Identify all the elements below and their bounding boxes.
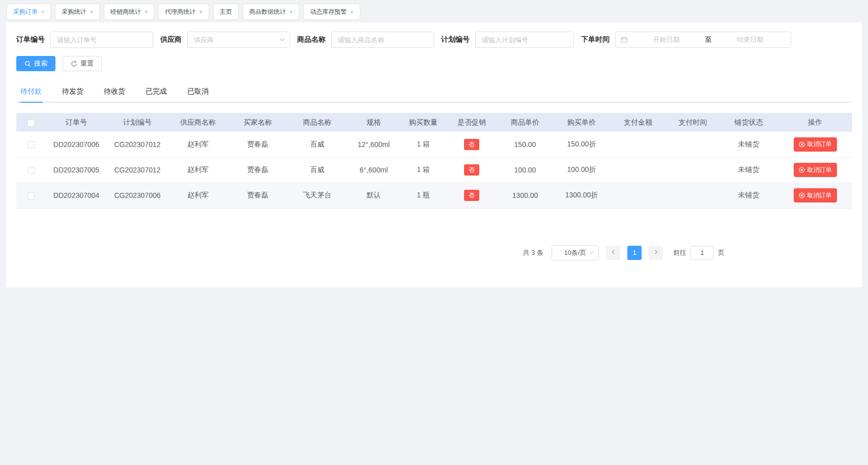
tag-stock-warning[interactable]: 动态库存预警 × (304, 4, 359, 19)
supplier-label: 供应商 (160, 35, 182, 44)
plan-no-input[interactable] (475, 32, 574, 48)
close-icon[interactable]: × (350, 9, 353, 15)
tag-label: 经销商统计 (110, 8, 141, 16)
cancel-order-button[interactable]: 取消订单 (794, 188, 837, 202)
cell-order-no: DD202307005 (46, 157, 107, 183)
cell-product: 百威 (287, 132, 347, 157)
order-no-label: 订单编号 (16, 35, 45, 44)
chevron-down-icon (589, 250, 594, 255)
cancel-icon (799, 141, 805, 148)
close-icon[interactable]: × (144, 9, 148, 15)
supplier-select[interactable] (187, 32, 290, 48)
tag-purchase-orders[interactable]: 采购订单 × (7, 4, 50, 19)
page-number-current[interactable]: 1 (627, 246, 642, 260)
tag-label: 商品数据统计 (249, 8, 286, 16)
cell-spec: 默认 (347, 183, 400, 208)
cancel-order-button[interactable]: 取消订单 (794, 163, 837, 177)
cell-stock-status: 未铺货 (719, 157, 778, 183)
tag-product-data-stats[interactable]: 商品数据统计 × (243, 4, 299, 19)
cell-plan-no: CG202307012 (107, 132, 168, 157)
cell-order-no: DD202307004 (46, 183, 107, 208)
purchase-order-panel: 订单编号 供应商 商品名称 计划编号 下单时间 (6, 22, 862, 287)
tag-purchase-stats[interactable]: 采购统计 × (55, 4, 99, 19)
cell-pay-amount (610, 132, 666, 157)
cell-pay-time (666, 132, 719, 157)
col-unit-price: 商品单价 (497, 113, 553, 132)
cell-qty: 1 箱 (400, 132, 446, 157)
tag-label: 采购订单 (13, 8, 38, 16)
close-icon[interactable]: × (90, 9, 93, 15)
cell-plan-no: CG202307012 (107, 157, 168, 183)
cancel-icon (799, 167, 805, 173)
col-buyer: 买家名称 (228, 113, 287, 132)
cell-pay-amount (610, 157, 666, 183)
end-date-placeholder[interactable]: 结束日期 (715, 35, 786, 44)
page-size-select[interactable]: 10条/页 (552, 245, 599, 260)
promo-badge: 否 (464, 190, 479, 201)
col-stock-status: 铺货状态 (719, 113, 778, 132)
col-product: 商品名称 (287, 113, 347, 132)
tag-home[interactable]: 主页 (214, 4, 238, 19)
cancel-order-button[interactable]: 取消订单 (794, 137, 837, 152)
cell-qty: 1 瓶 (400, 183, 446, 208)
cancel-order-label: 取消订单 (807, 140, 832, 149)
calendar-icon (621, 36, 628, 43)
tab-completed[interactable]: 已完成 (135, 82, 177, 102)
pagination: 共 3 条 10条/页 1 前往 页 (16, 245, 852, 260)
tag-agent-stats[interactable]: 代理商统计 × (159, 4, 208, 19)
row-checkbox[interactable] (27, 192, 35, 199)
tab-cancelled[interactable]: 已取消 (177, 82, 219, 102)
plan-no-label: 计划编号 (441, 35, 470, 44)
cell-pay-amount (610, 183, 666, 208)
row-checkbox[interactable] (27, 167, 35, 174)
order-time-label: 下单时间 (581, 35, 610, 44)
filter-form: 订单编号 供应商 商品名称 计划编号 下单时间 (16, 32, 852, 48)
cell-stock-status: 未铺货 (719, 132, 778, 157)
prev-page-button[interactable] (606, 246, 620, 260)
cell-buyer: 贾春磊 (228, 183, 287, 208)
row-checkbox[interactable] (27, 141, 35, 149)
goto-page-input[interactable] (690, 246, 714, 260)
tag-label: 代理商统计 (165, 8, 195, 16)
close-icon[interactable]: × (199, 9, 202, 15)
col-supplier: 供应商名称 (168, 113, 228, 132)
filter-plan-no: 计划编号 (441, 32, 574, 48)
col-promo: 是否促销 (446, 113, 497, 132)
close-icon[interactable]: × (41, 9, 44, 15)
select-all-checkbox[interactable] (27, 120, 35, 127)
cell-product: 飞天茅台 (287, 183, 347, 208)
cancel-icon (799, 192, 805, 198)
cell-spec: 6°,600ml (347, 157, 400, 183)
next-page-button[interactable] (649, 246, 663, 260)
chevron-left-icon (611, 249, 616, 256)
order-no-input[interactable] (50, 32, 153, 48)
cell-pay-time (666, 157, 719, 183)
table-row: DD202307006 CG202307012 赵利军 贾春磊 百威 12°,6… (16, 132, 852, 157)
refresh-icon (71, 61, 77, 67)
cell-unit-price: 100.00 (497, 157, 553, 183)
tag-label: 动态库存预警 (310, 8, 346, 16)
product-name-input[interactable] (331, 32, 434, 48)
tab-pending-shipment[interactable]: 待发货 (52, 82, 94, 102)
cell-buy-price: 100.00折 (553, 157, 610, 183)
tag-dealer-stats[interactable]: 经销商统计 × (104, 4, 154, 19)
close-icon[interactable]: × (290, 9, 293, 15)
cell-buyer: 贾春磊 (228, 132, 287, 157)
tag-bar: 采购订单 × 采购统计 × 经销商统计 × 代理商统计 × 主页 商品数据统计 … (0, 0, 868, 22)
tab-pending-payment[interactable]: 待付款 (16, 82, 52, 102)
cell-buyer: 贾春磊 (228, 157, 287, 183)
pagination-total: 共 3 条 (523, 248, 543, 257)
order-time-range-picker[interactable]: 开始日期 至 结束日期 (615, 32, 791, 48)
order-status-tabs: 待付款 待发货 待收货 已完成 已取消 (16, 82, 852, 103)
date-range-separator: 至 (702, 35, 715, 44)
col-pay-time: 支付时间 (666, 113, 719, 132)
page-size-value: 10条/页 (564, 248, 586, 257)
reset-button[interactable]: 重置 (63, 56, 102, 71)
start-date-placeholder[interactable]: 开始日期 (631, 35, 702, 44)
search-button[interactable]: 搜索 (16, 56, 55, 71)
goto-page: 前往 页 (673, 246, 725, 260)
supplier-select-input[interactable] (187, 32, 290, 48)
tab-pending-receipt[interactable]: 待收货 (94, 82, 135, 102)
cell-unit-price: 1300.00 (497, 183, 553, 208)
chevron-right-icon (653, 249, 659, 256)
